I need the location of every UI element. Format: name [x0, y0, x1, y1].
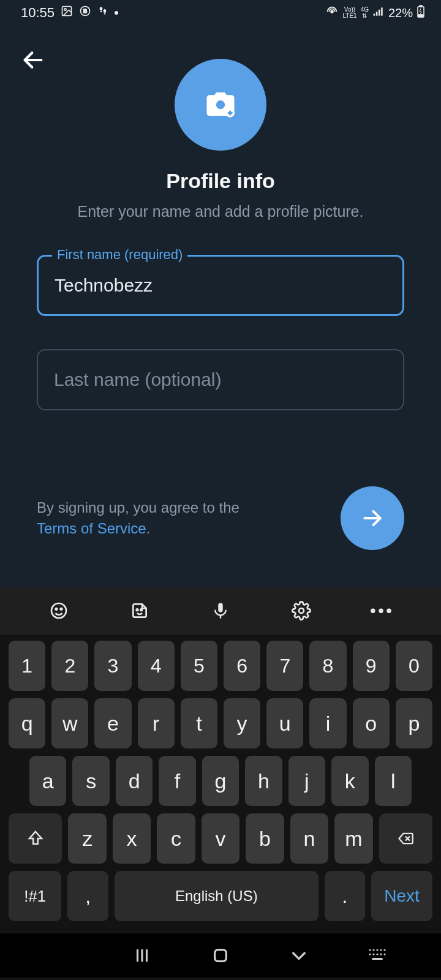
status-bar: 10:55 B Vo))LTE1 4G⇅ 22%: [0, 0, 441, 26]
key-b[interactable]: b: [246, 813, 284, 864]
key-symbols[interactable]: !#1: [9, 871, 61, 921]
key-s[interactable]: s: [72, 756, 109, 806]
key-g[interactable]: g: [202, 756, 239, 806]
key-9[interactable]: 9: [353, 641, 390, 691]
nav-home[interactable]: [207, 942, 234, 969]
dot-icon: [115, 11, 118, 15]
emoji-button[interactable]: [47, 598, 71, 623]
key-c[interactable]: c: [157, 813, 195, 864]
key-0[interactable]: 0: [396, 641, 432, 691]
svg-rect-12: [381, 7, 383, 15]
svg-rect-46: [372, 958, 383, 960]
first-name-input[interactable]: [39, 257, 402, 314]
key-period[interactable]: .: [325, 871, 366, 921]
mic-icon: [211, 600, 230, 621]
status-time: 10:55: [21, 5, 55, 21]
mic-button[interactable]: [208, 598, 233, 623]
key-p[interactable]: p: [396, 698, 432, 748]
svg-point-37: [372, 949, 374, 951]
key-5[interactable]: 5: [181, 641, 217, 691]
key-backspace[interactable]: [379, 813, 432, 864]
svg-rect-15: [418, 15, 423, 17]
last-name-field[interactable]: [37, 349, 404, 410]
svg-rect-27: [218, 603, 223, 612]
key-i[interactable]: i: [309, 698, 346, 748]
svg-point-36: [369, 949, 371, 951]
nav-keyboard-switch[interactable]: [364, 942, 391, 969]
system-nav-bar: [0, 933, 441, 978]
backspace-icon: [395, 830, 416, 847]
svg-point-5: [100, 11, 102, 12]
add-photo-button[interactable]: [175, 59, 266, 151]
key-z[interactable]: z: [68, 813, 106, 864]
status-left: 10:55 B: [21, 5, 118, 21]
key-y[interactable]: y: [224, 698, 260, 748]
keyboard-switch-icon: [368, 948, 386, 963]
key-w[interactable]: w: [51, 698, 88, 748]
terms-suffix: .: [146, 520, 151, 537]
svg-point-38: [376, 949, 378, 951]
key-6[interactable]: 6: [224, 641, 260, 691]
key-t[interactable]: t: [181, 698, 217, 748]
key-row-2: q w e r t y u i o p: [9, 698, 432, 748]
page-title: Profile info: [0, 169, 441, 193]
svg-point-42: [372, 953, 374, 955]
key-4[interactable]: 4: [138, 641, 175, 691]
battery-label: 22%: [388, 6, 413, 20]
key-l[interactable]: l: [375, 756, 412, 806]
key-7[interactable]: 7: [266, 641, 303, 691]
key-x[interactable]: x: [113, 813, 151, 864]
settings-button[interactable]: [289, 598, 314, 623]
terms-link[interactable]: Terms of Service: [37, 520, 146, 537]
key-next[interactable]: Next: [371, 871, 432, 921]
key-u[interactable]: u: [266, 698, 303, 748]
key-e[interactable]: e: [94, 698, 131, 748]
keyboard-rows: 1 2 3 4 5 6 7 8 9 0 q w e r t y u i o p …: [0, 635, 441, 933]
key-h[interactable]: h: [245, 756, 282, 806]
key-row-4: z x c v b n m: [9, 813, 432, 864]
volte-label: Vo))LTE1: [342, 7, 356, 19]
svg-point-40: [383, 949, 385, 951]
key-k[interactable]: k: [331, 756, 368, 806]
emoji-icon: [49, 601, 69, 620]
next-fab[interactable]: [341, 486, 404, 550]
key-shift[interactable]: [9, 813, 62, 864]
key-q[interactable]: q: [9, 698, 45, 748]
arrow-right-icon: [361, 507, 384, 530]
svg-rect-9: [374, 13, 375, 15]
key-3[interactable]: 3: [94, 641, 131, 691]
battery-icon: [417, 5, 425, 21]
svg-point-24: [61, 608, 62, 610]
svg-point-4: [100, 7, 103, 10]
key-d[interactable]: d: [116, 756, 153, 806]
first-name-field[interactable]: First name (required): [37, 255, 404, 316]
last-name-input[interactable]: [38, 350, 403, 409]
home-icon: [211, 946, 230, 965]
key-n[interactable]: n: [290, 813, 328, 864]
key-1[interactable]: 1: [9, 641, 45, 691]
sticker-button[interactable]: [127, 598, 152, 623]
back-button[interactable]: [21, 48, 50, 77]
key-8[interactable]: 8: [309, 641, 346, 691]
first-name-label: First name (required): [52, 247, 187, 263]
key-f[interactable]: f: [159, 756, 195, 806]
nav-back[interactable]: [285, 942, 312, 969]
terms-row: By signing up, you agree to the Terms of…: [37, 486, 404, 550]
svg-point-1: [64, 9, 66, 10]
key-space[interactable]: English (US): [115, 871, 318, 921]
key-a[interactable]: a: [29, 756, 66, 806]
key-2[interactable]: 2: [51, 641, 88, 691]
key-j[interactable]: j: [288, 756, 325, 806]
nav-recents[interactable]: [129, 942, 156, 969]
more-button[interactable]: •••: [370, 598, 394, 623]
key-row-1: 1 2 3 4 5 6 7 8 9 0: [9, 641, 432, 691]
key-v[interactable]: v: [202, 813, 239, 864]
key-m[interactable]: m: [334, 813, 372, 864]
camera-add-icon: [202, 88, 239, 121]
key-o[interactable]: o: [353, 698, 390, 748]
svg-point-22: [51, 603, 66, 618]
key-comma[interactable]: ,: [67, 871, 108, 921]
image-icon: [61, 5, 73, 21]
key-r[interactable]: r: [138, 698, 175, 748]
keyboard-toolbar: •••: [0, 587, 441, 635]
